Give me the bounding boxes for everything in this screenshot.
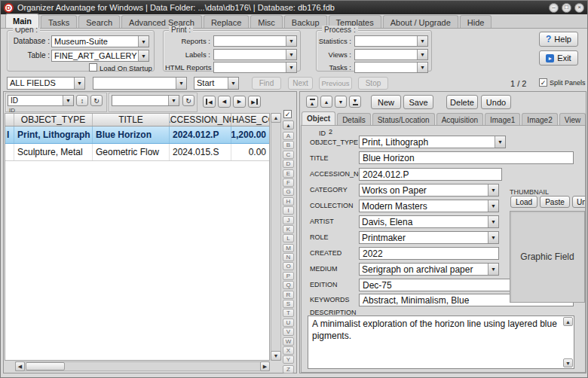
tab-view[interactable]: View xyxy=(559,113,586,125)
dropdown-arrow-icon[interactable]: ▼ xyxy=(417,36,427,46)
column-header-accession-no[interactable]: ACCESSION_NO xyxy=(170,114,231,126)
alphabet-letter-button[interactable]: E xyxy=(283,169,294,178)
dropdown-arrow-icon[interactable]: ▼ xyxy=(495,136,505,148)
dropdown-arrow-icon[interactable]: ▼ xyxy=(488,184,498,196)
next-record-button-right[interactable]: ▼ xyxy=(335,96,347,108)
alphabet-scroll-up-icon[interactable]: ▲ xyxy=(283,120,294,130)
dropdown-arrow-icon[interactable]: ▼ xyxy=(138,50,149,61)
previous-record-button[interactable]: ◀ xyxy=(218,96,231,108)
tab-tasks[interactable]: Tasks xyxy=(41,15,77,28)
alphabet-letter-button[interactable]: A xyxy=(283,132,294,140)
tab-about-upgrade[interactable]: About / Upgrade xyxy=(383,15,458,28)
dropdown-arrow-icon[interactable]: ▼ xyxy=(488,200,498,212)
filter-select[interactable]: ▼ xyxy=(112,95,179,106)
load-on-startup-checkbox[interactable] xyxy=(89,63,97,72)
search-field-select[interactable]: ALL FIELDS ▼ xyxy=(7,77,85,90)
alphabet-letter-button[interactable]: D xyxy=(283,160,294,168)
dropdown-arrow-icon[interactable]: ▼ xyxy=(74,78,84,89)
tab-details[interactable]: Details xyxy=(337,113,371,125)
maximize-button[interactable]: □ xyxy=(562,3,571,13)
alphabet-letter-button[interactable]: F xyxy=(283,178,294,187)
tab-backup[interactable]: Backup xyxy=(284,15,327,28)
alphabet-letter-button[interactable]: S xyxy=(283,300,294,308)
delete-button[interactable]: Delete xyxy=(446,95,478,109)
title-field[interactable]: Blue Horizon xyxy=(359,151,574,164)
new-button[interactable]: New xyxy=(371,95,401,109)
previous-button[interactable]: Previous xyxy=(319,77,352,90)
thumbnail-paste-button[interactable]: Paste xyxy=(540,196,570,208)
tab-acquisition[interactable]: Acquisition xyxy=(436,113,483,125)
alphabet-letter-button[interactable]: X xyxy=(283,346,294,355)
reports-select[interactable]: ▼ xyxy=(213,35,297,47)
find-button[interactable]: Find xyxy=(252,77,281,90)
scroll-down-icon[interactable]: ▼ xyxy=(271,351,281,361)
close-button[interactable]: × xyxy=(574,3,584,13)
tab-replace[interactable]: Replace xyxy=(204,15,249,28)
minimize-button[interactable]: – xyxy=(549,3,559,13)
html-reports-select[interactable]: ▼ xyxy=(213,62,297,73)
last-record-button[interactable]: ▶ xyxy=(248,96,261,108)
dropdown-arrow-icon[interactable]: ▼ xyxy=(138,36,149,47)
medium-select[interactable]: Serigraph on archival paper ▼ xyxy=(359,263,499,276)
tab-image1[interactable]: Image1 xyxy=(485,113,520,125)
dropdown-arrow-icon[interactable]: ▼ xyxy=(286,36,296,46)
first-record-button[interactable]: ◀ xyxy=(203,96,216,108)
category-select[interactable]: Works on Paper ▼ xyxy=(359,184,499,197)
alphabet-filter-checkbox[interactable]: ✓ xyxy=(283,110,292,118)
undo-button[interactable]: Undo xyxy=(481,95,511,109)
refresh-filter-button[interactable]: ↻ xyxy=(182,95,194,106)
alphabet-letter-button[interactable]: H xyxy=(283,197,294,206)
alphabet-letter-button[interactable]: Q xyxy=(283,281,294,289)
alphabet-letter-button[interactable]: C xyxy=(283,151,294,159)
tab-hide[interactable]: Hide xyxy=(460,15,492,28)
title-bar[interactable]: D Organizer Advantage for Windows | Data… xyxy=(1,1,587,14)
object-type-select[interactable]: Print, Lithograph ▼ xyxy=(359,136,506,148)
alphabet-letter-button[interactable]: I xyxy=(283,206,294,215)
accession-no-field[interactable]: 2024.012.P xyxy=(359,168,502,181)
dropdown-arrow-icon[interactable]: ▼ xyxy=(286,50,296,59)
alphabet-letter-button[interactable]: Z xyxy=(283,365,294,373)
tasks-select[interactable]: ▼ xyxy=(354,62,428,73)
alphabet-letter-button[interactable]: P xyxy=(283,272,294,280)
table-vertical-scrollbar[interactable] xyxy=(271,113,281,361)
alphabet-letter-button[interactable]: B xyxy=(283,141,294,149)
table-select[interactable]: FINE_ART_GALLERY ▼ xyxy=(51,50,149,62)
tab-search[interactable]: Search xyxy=(78,15,120,28)
labels-select[interactable]: ▼ xyxy=(213,49,297,60)
horizontal-scroll-thumb[interactable] xyxy=(26,362,65,370)
statistics-select[interactable]: ▼ xyxy=(354,35,428,47)
sort-field-select[interactable]: ID ▼ xyxy=(8,95,74,106)
tab-status-location[interactable]: Status/Location xyxy=(372,113,435,125)
thumbnail-unload-button[interactable]: Unload xyxy=(572,196,586,208)
dropdown-arrow-icon[interactable]: ▼ xyxy=(417,50,427,59)
alphabet-letter-button[interactable]: O xyxy=(283,262,294,270)
alphabet-letter-button[interactable]: V xyxy=(283,328,294,336)
alphabet-letter-button[interactable]: L xyxy=(283,234,294,242)
first-record-button-right[interactable]: ▲ xyxy=(306,96,318,108)
tab-object[interactable]: Object xyxy=(302,111,335,125)
role-select[interactable]: Printmaker ▼ xyxy=(359,231,499,244)
exit-button[interactable]: ▸ Exit xyxy=(539,50,578,66)
scroll-up-icon[interactable]: ▲ xyxy=(271,113,281,123)
description-field[interactable]: A minimalist exploration of the horizon … xyxy=(308,316,574,369)
dropdown-arrow-icon[interactable]: ▼ xyxy=(488,232,498,243)
views-select[interactable]: ▼ xyxy=(354,49,428,60)
description-scroll-up-icon[interactable]: ▲ xyxy=(563,317,573,326)
alphabet-letter-button[interactable]: M xyxy=(283,244,294,252)
save-button[interactable]: Save xyxy=(403,95,433,109)
tab-image2[interactable]: Image2 xyxy=(522,113,557,125)
database-select[interactable]: Museum-Suite ▼ xyxy=(51,35,149,47)
scroll-left-icon[interactable]: ◀ xyxy=(15,361,25,371)
thumbnail-graphic-field[interactable]: Graphic Field xyxy=(510,211,585,303)
search-query-input[interactable]: ▼ xyxy=(93,77,187,90)
alphabet-letter-button[interactable]: N xyxy=(283,253,294,261)
alphabet-letter-button[interactable]: T xyxy=(283,309,294,317)
dropdown-arrow-icon[interactable]: ▼ xyxy=(488,264,498,275)
alphabet-letter-button[interactable]: W xyxy=(283,337,294,346)
column-header-title[interactable]: TITLE xyxy=(93,114,170,126)
tab-main[interactable]: Main xyxy=(5,14,39,28)
thumbnail-load-button[interactable]: Load xyxy=(510,196,537,208)
sort-direction-button[interactable]: ↕ xyxy=(76,95,88,106)
alphabet-letter-button[interactable]: J xyxy=(283,216,294,224)
collection-select[interactable]: Modern Masters ▼ xyxy=(359,200,499,212)
